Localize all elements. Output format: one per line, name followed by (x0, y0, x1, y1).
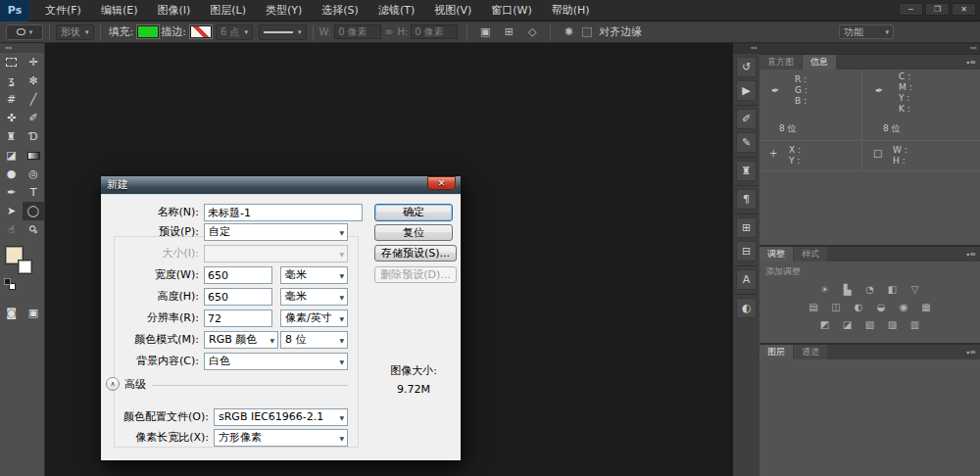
default-colors-icon[interactable] (4, 278, 16, 290)
adj-selective-color-icon[interactable]: ▥ (906, 318, 923, 331)
dock-collapse-button[interactable]: «« (733, 43, 760, 54)
menu-item[interactable]: 视图(V) (424, 0, 481, 22)
dock-brush-icon[interactable]: ✐ (736, 109, 757, 129)
adj-levels-icon[interactable]: ▙ (839, 283, 856, 296)
adj-color-lookup-icon[interactable]: ▦ (918, 301, 935, 313)
adj-threshold-icon[interactable]: ▧ (861, 318, 878, 331)
crop-tool[interactable]: # (0, 90, 23, 109)
magic-wand-tool[interactable]: ✼ (23, 71, 44, 90)
color-mode-select[interactable]: RGB 颜色 ▼ (204, 331, 278, 349)
dock-character-styles-icon[interactable]: A (736, 269, 757, 290)
shape-mode-dropdown[interactable]: 形状 ▾ (56, 24, 94, 40)
pen-tool[interactable]: ✒ (0, 183, 23, 202)
restore-button[interactable]: ❐ (925, 3, 950, 16)
menu-item[interactable]: 文件(F) (35, 0, 91, 22)
lasso-tool[interactable]: ʓ (0, 71, 23, 90)
menu-item[interactable]: 图层(L) (200, 0, 256, 22)
menu-item[interactable]: 编辑(E) (91, 0, 148, 22)
gradient-tool[interactable] (23, 146, 44, 165)
dock-paragraph-styles-icon[interactable]: ⊟ (736, 241, 757, 262)
adj-photo-filter-icon[interactable]: ◒ (873, 301, 890, 313)
menu-item[interactable]: 滤镜(T) (368, 0, 424, 22)
clone-stamp-tool[interactable]: ♜ (0, 127, 23, 146)
spot-healing-brush-tool[interactable]: ✜ (0, 109, 23, 127)
tool-preset-dropdown[interactable]: ▾ (6, 24, 43, 40)
minimize-button[interactable]: ─ (899, 3, 923, 16)
tab-adjustments[interactable]: 调整 (760, 247, 793, 262)
menu-item[interactable]: 选择(S) (312, 0, 368, 22)
brush-tool[interactable]: ✐ (23, 109, 44, 127)
quick-mask-button[interactable]: ◙ (0, 304, 23, 322)
height-unit-select[interactable]: 毫米 ▼ (280, 288, 348, 306)
adj-curves-icon[interactable]: ◔ (861, 283, 878, 296)
panels-collapse-button[interactable]: «« (760, 43, 980, 54)
zoom-tool[interactable]: ♀ (23, 220, 44, 239)
dock-history-icon[interactable]: ↺ (736, 57, 757, 77)
dialog-close-button[interactable]: ✕ (427, 176, 456, 190)
type-tool[interactable]: T (23, 183, 44, 202)
path-selection-tool[interactable]: ➤ (0, 202, 23, 220)
fill-color-swatch[interactable] (137, 25, 159, 38)
ellipse-tool[interactable]: ◯ (23, 202, 44, 220)
move-tool[interactable]: ✛ (23, 53, 44, 71)
advanced-collapse-button[interactable]: ∧ (106, 377, 120, 391)
adj-hue-saturation-icon[interactable]: ▤ (806, 301, 822, 313)
save-preset-button[interactable]: 存储预设(S)... (374, 245, 457, 262)
dodge-tool[interactable]: ◎ (23, 165, 44, 183)
close-button[interactable]: ✕ (952, 3, 976, 16)
stroke-width-dropdown[interactable]: 6 点 ▾ (216, 24, 253, 40)
adj-gradient-map-icon[interactable]: ▨ (884, 318, 901, 331)
resolution-input[interactable] (204, 309, 272, 327)
ok-button[interactable]: 确定 (374, 204, 453, 221)
workspace-dropdown[interactable]: 功能 ▾ (839, 24, 894, 39)
panel-menu-icon[interactable]: ▾≡ (966, 345, 980, 359)
path-operations-icon[interactable]: ▣ (475, 24, 495, 40)
tab-layers[interactable]: 图层 (760, 345, 793, 359)
dock-actions-icon[interactable]: ▶ (736, 80, 757, 101)
screen-mode-button[interactable]: ▣ (23, 304, 44, 322)
tab-channels[interactable]: 通道 (794, 345, 827, 359)
color-profile-select[interactable]: sRGB IEC61966-2.1 ▼ (214, 408, 348, 426)
menu-item[interactable]: 帮助(H) (542, 0, 600, 22)
tab-styles[interactable]: 样式 (794, 247, 827, 262)
background-color-swatch[interactable] (18, 260, 32, 274)
rectangular-marquee-tool[interactable] (0, 53, 23, 71)
height-input[interactable] (204, 288, 272, 306)
pixel-aspect-ratio-select[interactable]: 方形像素 ▼ (214, 429, 348, 447)
align-edges-checkbox[interactable] (582, 27, 592, 37)
adj-channel-mixer-icon[interactable]: ◉ (896, 301, 912, 313)
resolution-unit-select[interactable]: 像素/英寸 ▼ (280, 309, 348, 327)
width-input[interactable] (204, 266, 272, 284)
panel-menu-icon[interactable]: ▾≡ (966, 247, 980, 262)
adj-black-white-icon[interactable]: ◐ (851, 301, 867, 313)
background-contents-select[interactable]: 白色 ▼ (204, 353, 348, 370)
name-input[interactable] (204, 204, 363, 221)
hand-tool[interactable]: ☝ (0, 220, 23, 239)
eyedropper-tool[interactable]: ╱ (23, 90, 44, 109)
blur-tool[interactable]: ● (0, 165, 23, 183)
adj-invert-icon[interactable]: ◩ (816, 318, 833, 331)
stroke-style-dropdown[interactable]: ▾ (259, 24, 307, 40)
link-dimensions-icon[interactable]: ∞ (384, 25, 393, 38)
adj-exposure-icon[interactable]: ◧ (884, 283, 901, 296)
path-alignment-icon[interactable]: ⊞ (499, 24, 518, 40)
dock-paragraph-icon[interactable]: ¶ (736, 189, 757, 210)
shape-width-input[interactable]: 0 像素 (334, 24, 381, 39)
tab-info[interactable]: 信息 (803, 55, 836, 70)
history-brush-tool[interactable]: Ɗ (23, 127, 44, 146)
path-arrange-icon[interactable]: ◇ (522, 24, 542, 40)
dialog-title-bar[interactable]: 新建 ✕ (101, 176, 461, 194)
menu-item[interactable]: 类型(Y) (256, 0, 312, 22)
adj-color-balance-icon[interactable]: ◫ (828, 301, 845, 313)
reset-button[interactable]: 复位 (374, 224, 453, 241)
menu-item[interactable]: 图像(I) (147, 0, 200, 22)
bit-depth-select[interactable]: 8 位 ▼ (280, 331, 348, 349)
shape-height-input[interactable]: 0 像素 (411, 24, 458, 39)
adj-brightness-contrast-icon[interactable]: ☀ (816, 283, 833, 296)
panel-menu-icon[interactable]: ▾≡ (966, 55, 980, 70)
stroke-color-swatch[interactable] (190, 25, 212, 38)
adj-posterize-icon[interactable]: ◪ (839, 318, 856, 331)
width-unit-select[interactable]: 毫米 ▼ (280, 266, 348, 284)
dock-color-lookup-icon[interactable]: ◐ (736, 298, 757, 318)
gear-icon[interactable]: ✺ (559, 24, 578, 40)
